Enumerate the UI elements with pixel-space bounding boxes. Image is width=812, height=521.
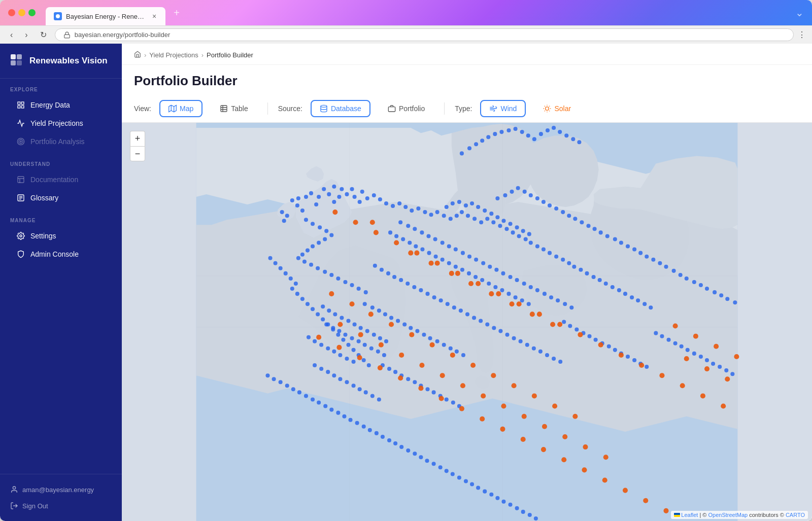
svg-point-41 [327,192,331,196]
svg-point-326 [336,333,340,337]
svg-point-48 [317,195,321,199]
type-label: Type: [455,105,472,113]
database-source-button[interactable]: Database [311,100,370,117]
svg-point-80 [548,251,552,255]
forward-button[interactable]: › [21,28,31,42]
svg-point-58 [410,209,414,213]
svg-point-273 [527,302,531,306]
wind-type-button[interactable]: Wind [480,100,526,117]
map-container[interactable]: + − Leaflet | © OpenStreetMap contributo… [122,123,812,521]
page-title: Portfolio Builder [134,73,800,89]
svg-point-144 [399,278,403,282]
tab-bar: Bayesian Energy - Renewable En... × + [46,4,791,22]
svg-point-290 [599,230,603,234]
svg-point-151 [446,302,450,306]
zoom-out-button[interactable]: − [130,146,145,161]
svg-point-335 [393,370,397,374]
svg-point-310 [733,300,737,304]
sidebar-item-settings[interactable]: Settings [10,227,112,245]
map-button-label: Map [180,105,193,113]
svg-point-51 [365,196,369,200]
svg-point-163 [525,343,529,347]
admin-console-label: Admin Console [30,250,79,258]
home-icon[interactable] [134,51,141,59]
svg-point-397 [297,390,301,394]
map-zoom-controls[interactable]: + − [130,131,145,161]
carto-link[interactable]: CARTO [786,512,805,518]
svg-point-317 [290,287,294,291]
svg-point-463 [460,383,465,388]
svg-point-189 [346,319,350,323]
svg-point-325 [331,328,335,332]
svg-point-443 [550,322,555,327]
svg-point-305 [699,283,703,287]
svg-point-469 [583,444,588,449]
svg-point-230 [636,298,640,302]
svg-point-449 [430,342,435,348]
svg-point-246 [546,128,550,132]
leaflet-link[interactable]: Leaflet [681,512,698,518]
portfolio-source-button[interactable]: Portfolio [379,100,434,117]
zoom-in-button[interactable]: + [130,131,145,146]
svg-point-164 [532,346,536,351]
svg-point-181 [442,343,446,347]
svg-point-218 [521,229,525,233]
back-button[interactable]: ‹ [6,28,17,42]
address-bar[interactable]: bayesian.energy/portfolio-builder [55,28,794,41]
minimize-button[interactable] [18,9,25,16]
table-view-button[interactable]: Table [211,100,257,117]
svg-point-261 [447,261,451,265]
svg-point-188 [340,316,344,320]
svg-point-423 [464,479,468,483]
svg-point-268 [493,285,497,289]
chevron-down-icon[interactable]: ⌄ [795,7,804,19]
svg-point-452 [491,373,496,378]
sign-out-icon [10,502,18,510]
tab-close-button[interactable]: × [151,11,157,21]
svg-point-351 [594,338,598,342]
traffic-lights[interactable] [8,9,36,16]
svg-point-136 [309,191,313,195]
refresh-button[interactable]: ↻ [36,28,51,42]
maximize-button[interactable] [28,9,36,16]
svg-point-104 [535,288,539,292]
svg-point-85 [406,224,410,228]
sidebar-item-portfolio-analysis[interactable]: Portfolio Analysis [10,133,112,150]
svg-point-334 [387,367,391,371]
svg-point-444 [329,291,334,296]
extensions-button[interactable]: ⋮ [798,30,806,40]
sidebar-item-documentation[interactable]: Documentation [10,171,112,188]
svg-point-475 [414,251,419,256]
close-button[interactable] [8,9,15,16]
breadcrumb-yield-projections[interactable]: Yield Projections [149,51,198,59]
solar-type-button[interactable]: Solar [534,100,580,117]
svg-point-507 [643,498,648,503]
svg-point-59 [416,206,420,211]
sidebar-item-glossary[interactable]: Glossary [10,189,112,206]
svg-point-43 [360,190,364,194]
sign-out-button[interactable]: Sign Out [10,499,112,513]
svg-point-301 [672,269,676,273]
svg-point-81 [554,255,558,259]
svg-point-347 [568,324,572,328]
svg-point-395 [285,384,289,388]
portfolio-button-label: Portfolio [399,105,425,113]
svg-point-378 [338,353,342,357]
svg-point-505 [602,477,607,482]
osm-link[interactable]: OpenStreetMap [708,512,748,518]
svg-point-315 [289,276,293,281]
svg-point-258 [427,251,431,255]
svg-point-169 [363,302,367,306]
sidebar-item-admin-console[interactable]: Admin Console [10,246,112,263]
svg-point-364 [680,344,684,349]
wind-icon [489,105,497,113]
sidebar-item-yield-projections[interactable]: Yield Projections [10,115,112,132]
sidebar-item-energy-data[interactable]: Energy Data [10,96,112,114]
map-view-button[interactable]: Map [159,100,202,117]
svg-rect-13 [18,177,24,183]
svg-point-114 [329,233,333,237]
svg-point-171 [377,308,381,312]
new-tab-button[interactable]: + [170,6,184,20]
svg-point-152 [452,305,456,309]
active-tab[interactable]: Bayesian Energy - Renewable En... × [46,7,165,25]
